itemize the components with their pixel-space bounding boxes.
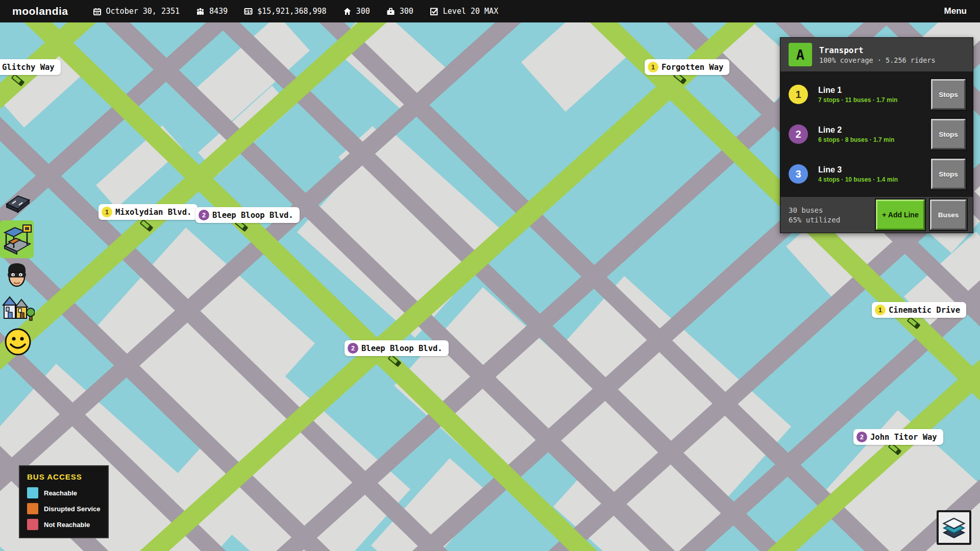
top-stat-bar: moolandia October 30, 23518439$$15,921,3…	[0, 0, 980, 22]
street-name: Bleep Bloop Blvd.	[212, 211, 293, 220]
burglar-icon	[6, 283, 28, 291]
stat-value: 8439	[209, 7, 228, 16]
street-label[interactable]: Glitchy Way	[0, 59, 61, 75]
legend-swatch	[27, 503, 38, 514]
buses-button[interactable]: Buses	[930, 199, 967, 230]
legend-title: BUS ACCESS	[27, 472, 101, 481]
level-icon	[430, 7, 438, 16]
money-icon: $	[244, 7, 253, 16]
line-stats: 7 stops · 11 buses · 1.7 min	[818, 96, 897, 104]
street-line-badge: 1	[648, 62, 658, 72]
street-label[interactable]: 2Bleep Bloop Blvd.	[195, 207, 300, 223]
stat-value: October 30, 2351	[106, 7, 180, 16]
street-name: Mixolydian Blvd.	[115, 208, 191, 217]
stat-readouts: October 30, 23518439$$15,921,368,9983003…	[93, 7, 499, 16]
calendar-icon	[93, 7, 102, 16]
transport-icon: A	[789, 43, 812, 66]
houses-icon	[2, 315, 35, 324]
bus-stop-tool-button[interactable]	[0, 220, 34, 258]
road-icon	[4, 207, 32, 216]
street-label[interactable]: 2Bleep Bloop Blvd.	[345, 340, 449, 356]
transport-panel-title: Transport	[819, 45, 936, 55]
crime-tool-button[interactable]	[6, 260, 28, 292]
legend-swatch	[27, 519, 38, 530]
street-name: Cinematic Drive	[889, 306, 960, 315]
smiley-icon	[4, 349, 32, 358]
game-screen: Glitchy Way1Forgotten Way1Mixolydian Blv…	[0, 0, 980, 551]
stat-value: Level 20 MAX	[443, 7, 498, 16]
add-line-button[interactable]: + Add Line	[876, 199, 925, 230]
bus-stop-icon	[2, 221, 32, 257]
legend-item: Disrupted Service	[27, 503, 101, 514]
line-number-badge: 1	[789, 85, 808, 104]
game-logo: moolandia	[12, 5, 68, 17]
happiness-tool-button[interactable]	[4, 328, 32, 358]
stops-button[interactable]: Stops	[931, 119, 966, 149]
map-layers-button[interactable]	[937, 510, 971, 545]
stat-value: 300	[400, 7, 413, 16]
line-stats: 6 stops · 8 buses · 1.7 min	[818, 136, 894, 143]
stat-item: October 30, 2351	[93, 7, 180, 16]
stat-value: $15,921,368,998	[257, 7, 326, 16]
legend-label: Not Reachable	[44, 521, 90, 529]
line-name: Line 2	[818, 126, 894, 135]
street-name: Glitchy Way	[2, 63, 55, 72]
stat-item: $$15,921,368,998	[244, 7, 326, 16]
legend-swatch	[27, 487, 38, 498]
buses-utilization: 65% utilized	[789, 216, 840, 224]
street-label[interactable]: 1Forgotten Way	[645, 59, 729, 75]
menu-button[interactable]: Menu	[944, 6, 967, 16]
transport-line-row[interactable]: 3Line 34 stops · 10 buses · 1.4 minStops	[780, 154, 973, 194]
transport-panel-footer: 30 buses 65% utilized + Add Line Buses	[780, 197, 973, 233]
line-name: Line 1	[818, 86, 897, 95]
line-name: Line 3	[818, 165, 898, 174]
bus-access-legend: BUS ACCESS ReachableDisrupted ServiceNot…	[19, 465, 109, 538]
population-icon	[196, 7, 205, 16]
legend-item: Reachable	[27, 487, 101, 498]
street-label[interactable]: 2John Titor Way	[853, 429, 943, 445]
transport-lines-list: 1Line 17 stops · 11 buses · 1.7 minStops…	[780, 71, 973, 197]
layers-icon	[942, 514, 966, 541]
legend-label: Reachable	[44, 489, 77, 497]
legend-item: Not Reachable	[27, 519, 101, 530]
transport-line-row[interactable]: 2Line 26 stops · 8 buses · 1.7 minStops	[780, 114, 973, 154]
stops-button[interactable]: Stops	[931, 159, 966, 189]
street-line-badge: 2	[348, 343, 358, 354]
svg-text:$: $	[247, 9, 250, 14]
road-tool-button[interactable]	[4, 192, 32, 216]
buses-total: 30 buses	[789, 206, 840, 214]
legend-label: Disrupted Service	[44, 505, 101, 513]
line-number-badge: 2	[789, 124, 808, 144]
housing-tool-button[interactable]	[2, 293, 35, 324]
stat-item: 300	[386, 7, 413, 16]
stat-item: 300	[343, 7, 370, 16]
street-name: Bleep Bloop Blvd.	[361, 344, 443, 353]
transport-line-row[interactable]: 1Line 17 stops · 11 buses · 1.7 minStops	[780, 74, 973, 114]
stops-button[interactable]: Stops	[931, 79, 966, 110]
street-name: Forgotten Way	[662, 63, 723, 72]
street-line-badge: 2	[199, 210, 209, 220]
street-line-badge: 1	[102, 207, 112, 217]
street-line-badge: 2	[856, 432, 867, 442]
line-stats: 4 stops · 10 buses · 1.4 min	[818, 176, 898, 183]
line-number-badge: 3	[789, 164, 808, 184]
stat-item: Level 20 MAX	[430, 7, 498, 16]
stat-item: 8439	[196, 7, 228, 16]
street-label[interactable]: 1Cinematic Drive	[872, 302, 966, 318]
stat-value: 300	[356, 7, 370, 16]
street-line-badge: 1	[875, 305, 886, 315]
residential-icon	[343, 7, 352, 16]
street-name: John Titor Way	[870, 433, 937, 442]
transport-panel: A Transport 100% coverage · 5.256 riders…	[780, 37, 973, 233]
transport-panel-subtitle: 100% coverage · 5.256 riders	[819, 56, 936, 64]
street-label[interactable]: 1Mixolydian Blvd.	[99, 204, 198, 220]
transport-panel-header: A Transport 100% coverage · 5.256 riders	[780, 38, 973, 71]
jobs-icon	[386, 7, 395, 16]
